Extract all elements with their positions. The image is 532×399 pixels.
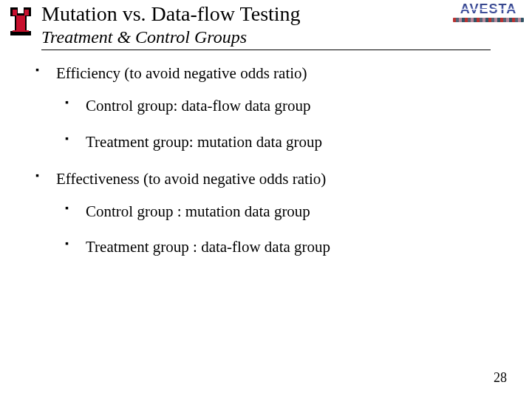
list-item-text: Efficiency (to avoid negative odds ratio… — [56, 64, 307, 82]
list-item: Treatment group: mutation data group — [56, 132, 502, 151]
list-item-text: Effectiveness (to avoid negative odds ra… — [56, 170, 326, 188]
brand-logo-bar-icon — [453, 18, 524, 22]
list-item: Control group: data-flow data group — [56, 96, 502, 115]
slide-subtitle: Treatment & Control Groups — [41, 27, 523, 47]
list-item-text: Treatment group : data-flow data group — [86, 238, 330, 256]
list-item-text: Control group: data-flow data group — [86, 97, 310, 115]
slide-number: 28 — [494, 370, 507, 386]
list-item: Treatment group : data-flow data group — [56, 237, 502, 256]
bullet-sublist: Control group: data-flow data group Trea… — [56, 96, 502, 151]
list-item-text: Treatment group: mutation data group — [86, 133, 322, 151]
list-item: Effectiveness (to avoid negative odds ra… — [30, 169, 502, 257]
list-item: Control group : mutation data group — [56, 202, 502, 221]
list-item-text: Control group : mutation data group — [86, 202, 310, 220]
bullet-sublist: Control group : mutation data group Trea… — [56, 202, 502, 257]
list-item: Efficiency (to avoid negative odds ratio… — [30, 64, 502, 151]
university-logo-icon — [4, 4, 37, 37]
brand-logo: AVESTA — [452, 1, 525, 22]
content: Efficiency (to avoid negative odds ratio… — [0, 50, 532, 257]
slide: Mutation vs. Data-flow Testing Treatment… — [0, 0, 532, 399]
bullet-list: Efficiency (to avoid negative odds ratio… — [30, 64, 502, 257]
slide-title: Mutation vs. Data-flow Testing — [41, 3, 523, 26]
brand-logo-text: AVESTA — [452, 1, 525, 17]
title-block: Mutation vs. Data-flow Testing Treatment… — [37, 3, 523, 47]
